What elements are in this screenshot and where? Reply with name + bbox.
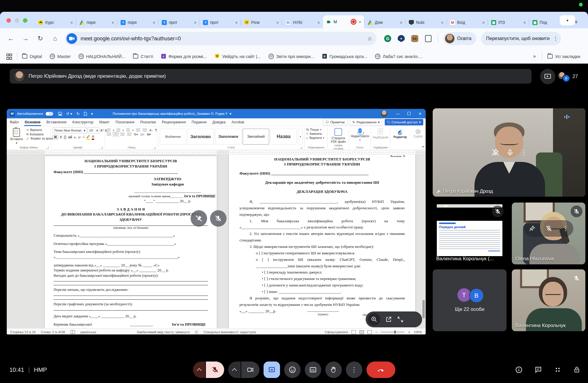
comments-button[interactable]: 🗩 Примітки <box>323 119 347 125</box>
ruler[interactable] <box>7 150 426 155</box>
zoom-slider[interactable] <box>381 332 404 332</box>
align-center-icon[interactable] <box>114 133 118 136</box>
style-emphasis[interactable]: Виділення <box>160 129 186 145</box>
pilcrow-icon[interactable]: ¶ <box>155 128 157 132</box>
apps-grid-icon[interactable] <box>6 54 12 59</box>
menu-file[interactable]: Файл <box>7 118 22 126</box>
bookmark-national[interactable]: НАЦІОНАЛЬНИЙ... <box>79 54 126 59</box>
video-tile-olena[interactable]: ⋮ Olena Hlazunova <box>512 203 585 264</box>
line-spacing-icon[interactable]: ⇅▾ <box>134 133 138 136</box>
video-tile-share[interactable]: Порядок денний Валентина Корольчук (... <box>433 203 507 264</box>
fullscreen-icon[interactable] <box>397 316 404 323</box>
word-account-avatar[interactable] <box>381 110 387 117</box>
mic-off-icon[interactable] <box>210 210 226 227</box>
zoom-in-icon[interactable]: + <box>408 330 410 334</box>
shield-extension-icon[interactable]: ✦ <box>398 35 405 42</box>
close-tab-icon[interactable]: × <box>111 20 114 25</box>
page-indicator[interactable]: Сторінка 13 із 24 <box>10 330 36 334</box>
bookmarks-overflow-button[interactable]: » <box>533 53 536 59</box>
tab-sheets-1[interactable]: ІПЗ× <box>488 16 529 28</box>
read-mode-icon[interactable] <box>352 330 356 334</box>
dialog-launcher-icon[interactable] <box>300 147 302 149</box>
zoom-out-icon[interactable]: − <box>375 330 378 334</box>
tab-course[interactable]: Курс× <box>35 16 76 28</box>
close-tab-icon[interactable]: × <box>276 20 279 25</box>
style-normal-selected[interactable]: Звичайний <box>243 129 269 145</box>
unpin-icon[interactable] <box>191 210 207 227</box>
close-tab-icon[interactable]: × <box>523 20 526 25</box>
update-chrome-button[interactable]: Перезапустити, щоб оновити ⋮ <box>481 32 561 45</box>
grow-font-icon[interactable]: А^ <box>100 129 104 132</box>
mic-muted-button[interactable] <box>206 362 224 378</box>
host-controls-icon[interactable] <box>573 366 580 373</box>
tab-docs-1[interactable]: поря× <box>117 16 158 28</box>
sort-icon[interactable]: А↓ <box>149 129 153 132</box>
participants-icon[interactable] <box>554 366 562 374</box>
present-screen-button[interactable] <box>264 362 280 378</box>
tab-drive-1[interactable]: поря× <box>76 16 117 28</box>
styles-gallery-more-icon[interactable]: ▾ <box>298 129 303 145</box>
create-pdf-button[interactable]: Створити PDF-файл <box>329 136 347 143</box>
menu-references[interactable]: Посилання <box>113 118 137 126</box>
title-dropdown-icon[interactable]: ▾ <box>229 112 231 116</box>
style-heading2[interactable]: Заголовок <box>215 129 241 145</box>
document-canvas[interactable]: НАЦІОНАЛЬНИЙ УНІВЕРСТИТЕТ БІОРЕСУРСІВ І … <box>7 155 426 328</box>
create-pdf-icon[interactable] <box>334 128 342 136</box>
align-right-icon[interactable] <box>120 133 125 136</box>
tab-docs-3[interactable]: прот× <box>199 16 241 28</box>
bookmark-articles[interactable]: Статті <box>133 54 153 59</box>
presentation-icon[interactable] <box>540 69 555 84</box>
bookmark-public-org[interactable]: Громадська орга... <box>322 54 367 59</box>
mic-off-icon[interactable] <box>546 225 552 232</box>
close-tab-icon[interactable]: × <box>235 20 238 25</box>
zoom-window-button[interactable] <box>23 18 27 23</box>
document-scrollbar-thumb[interactable] <box>422 300 425 318</box>
save-icon[interactable] <box>58 112 62 116</box>
font-color-icon[interactable]: А <box>92 135 94 140</box>
owl-extension-icon[interactable]: ôô <box>411 35 418 42</box>
clipboard-extension-icon[interactable] <box>425 35 432 42</box>
pin-icon[interactable] <box>529 225 535 232</box>
close-icon[interactable]: ✕ <box>414 112 426 116</box>
style-title[interactable]: Назва <box>270 129 297 145</box>
unpin-icon[interactable] <box>491 148 499 157</box>
zoom-level[interactable]: 100% <box>414 330 422 334</box>
shading-icon[interactable]: ▨▾ <box>140 133 144 136</box>
collapse-ribbon-icon[interactable]: ▾ <box>422 145 424 149</box>
copilot-button[interactable]: Copilot <box>412 128 424 139</box>
menu-insert[interactable]: Вставлення <box>44 118 69 126</box>
language-indicator[interactable]: українська <box>80 330 96 334</box>
participants-count-chip[interactable]: B 27 <box>558 71 578 82</box>
bookmark-digital[interactable]: Digital <box>22 54 42 59</box>
addins-button[interactable]: Надбудови <box>373 135 389 139</box>
close-tab-icon[interactable]: × <box>194 20 196 25</box>
home-icon[interactable]: ⌂ <box>51 35 59 42</box>
video-tile-overflow[interactable]: T B Ще 22 особи <box>433 269 507 331</box>
close-tab-icon[interactable]: × <box>441 20 444 25</box>
raise-hand-button[interactable] <box>325 362 342 378</box>
tab-meet-active[interactable]: M× <box>323 15 364 28</box>
web-layout-icon[interactable] <box>367 330 372 334</box>
more-options-icon[interactable]: ⋮ <box>521 149 527 156</box>
mic-options-button[interactable] <box>193 362 205 378</box>
align-left-icon[interactable] <box>107 133 111 136</box>
dialog-launcher-icon[interactable] <box>46 147 49 149</box>
bookmark-site-login[interactable]: ΨУвійдіть на сайт |... <box>214 54 261 59</box>
editing-mode-button[interactable]: ✎ Редагування ▾ <box>350 119 382 125</box>
tab-docs-2[interactable]: прот× <box>158 16 199 28</box>
captions-button[interactable]: CC <box>305 362 321 378</box>
close-tab-icon[interactable]: × <box>153 20 155 25</box>
numbering-icon[interactable] <box>116 129 120 132</box>
predictive-text-indicator[interactable]: Завбачливий ввід тексту: увімкнуто <box>137 330 190 334</box>
grammarly-icon[interactable]: G <box>384 35 391 42</box>
italic-button[interactable]: К <box>60 135 62 139</box>
proofing-icon[interactable] <box>71 330 75 334</box>
bullets-icon[interactable] <box>107 129 111 132</box>
justify-icon[interactable] <box>127 133 131 136</box>
print-layout-icon[interactable] <box>359 330 364 334</box>
menu-view[interactable]: Подання <box>189 118 209 126</box>
menu-home[interactable]: Основне <box>22 118 44 126</box>
more-options-icon[interactable]: ⋮ <box>229 210 241 227</box>
increase-indent-icon[interactable] <box>143 129 147 132</box>
underline-button[interactable]: П <box>64 135 66 139</box>
